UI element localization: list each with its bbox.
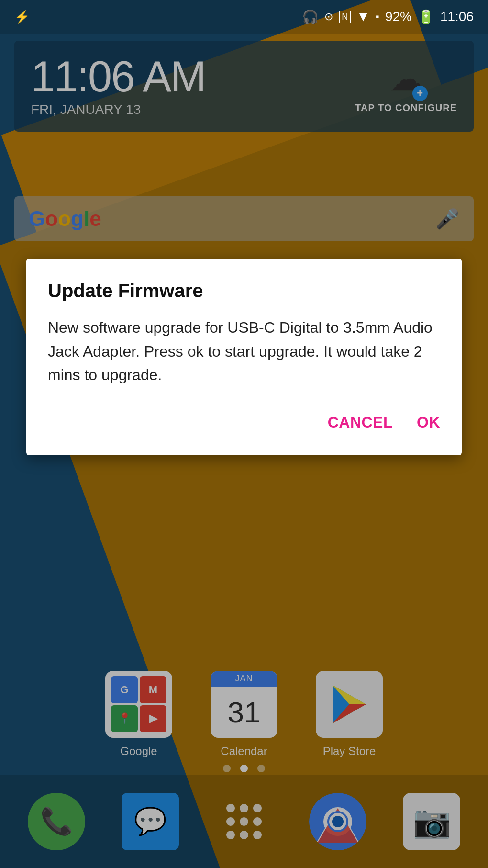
cancel-button[interactable]: CANCEL bbox=[328, 409, 393, 436]
dialog-message: New software upgrade for USB-C Digital t… bbox=[48, 316, 440, 387]
dialog-buttons: CANCEL OK bbox=[48, 409, 440, 441]
nfc-icon: N bbox=[339, 11, 351, 23]
status-right: 🎧 ⊙ N ▼ ▪ 92% 🔋 11:06 bbox=[302, 9, 474, 25]
clock-status: 11:06 bbox=[440, 9, 474, 24]
sync-icon: ⊙ bbox=[324, 11, 333, 23]
update-firmware-dialog: Update Firmware New software upgrade for… bbox=[26, 259, 462, 455]
wifi-icon: ▼ bbox=[356, 9, 370, 24]
status-bar: ⚡ 🎧 ⊙ N ▼ ▪ 92% 🔋 11:06 bbox=[0, 0, 488, 34]
ok-button[interactable]: OK bbox=[417, 409, 440, 436]
headphone-icon: 🎧 bbox=[302, 9, 319, 25]
battery-percentage: 92% bbox=[385, 9, 412, 24]
dialog-title: Update Firmware bbox=[48, 280, 440, 302]
status-left: ⚡ bbox=[14, 10, 30, 24]
sim-icon: ▪ bbox=[376, 11, 379, 23]
battery-icon: 🔋 bbox=[418, 9, 434, 25]
usb-icon: ⚡ bbox=[14, 10, 30, 24]
